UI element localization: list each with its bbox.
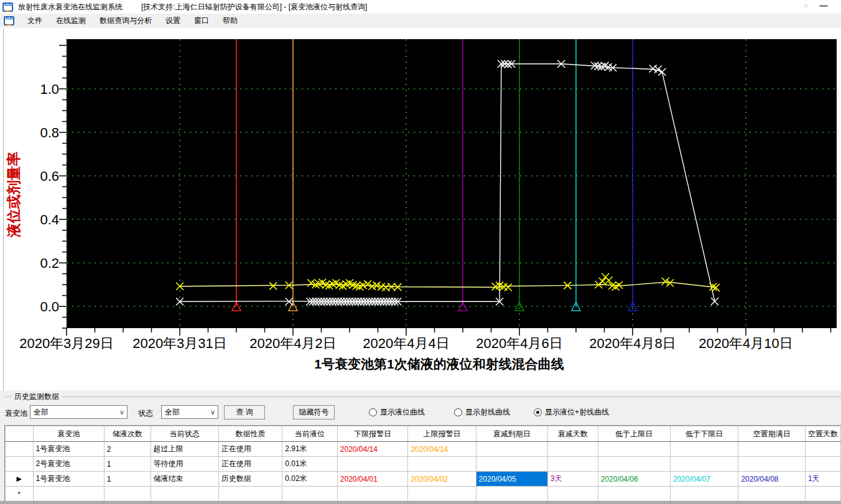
table-cell[interactable]: 超过上限 bbox=[151, 442, 218, 457]
mdi-child-icon bbox=[4, 16, 14, 25]
col-header-当前状态[interactable]: 当前状态 bbox=[151, 426, 218, 442]
groupbox-title: 历史监测数据 bbox=[11, 392, 62, 402]
table-cell[interactable] bbox=[738, 487, 805, 502]
col-header-储液次数[interactable]: 储液次数 bbox=[104, 426, 151, 442]
table-cell[interactable]: 2.91米 bbox=[282, 442, 338, 457]
menu-item-1[interactable]: 在线监测 bbox=[49, 14, 93, 28]
table-cell[interactable]: 2020/04/08 bbox=[738, 472, 805, 487]
col-header-低于下限日[interactable]: 低于下限日 bbox=[670, 426, 738, 442]
status-filter-value: 全部 bbox=[165, 407, 180, 418]
radio-显示液位曲线[interactable]: 显示液位曲线 bbox=[369, 407, 425, 418]
row-header[interactable] bbox=[6, 457, 34, 472]
table-cell[interactable]: 1号衰变池 bbox=[33, 472, 104, 487]
table-cell[interactable] bbox=[282, 487, 338, 502]
hide-symbols-button[interactable]: 隐藏符号 bbox=[293, 405, 335, 419]
table-cell[interactable] bbox=[408, 457, 476, 472]
table-cell[interactable] bbox=[547, 442, 598, 457]
table-cell[interactable]: 1天 bbox=[805, 472, 840, 487]
row-header-corner[interactable] bbox=[6, 426, 34, 442]
col-header-衰变池[interactable]: 衰变池 bbox=[33, 426, 104, 442]
menu-item-0[interactable]: 文件 bbox=[21, 14, 49, 28]
menu-item-4[interactable]: 窗口 bbox=[187, 14, 216, 28]
table-cell[interactable]: 历史数据 bbox=[218, 472, 282, 487]
table-cell[interactable] bbox=[337, 487, 407, 502]
status-filter-dropdown[interactable]: 全部 ∨ bbox=[161, 405, 218, 419]
table-cell[interactable] bbox=[670, 442, 738, 457]
col-header-空置期满日[interactable]: 空置期满日 bbox=[738, 426, 805, 442]
radio-label: 显示液位曲线 bbox=[380, 407, 425, 418]
table-cell[interactable]: 1 bbox=[104, 472, 151, 487]
radio-显示液位+射线曲线[interactable]: 显示液位+射线曲线 bbox=[534, 407, 609, 418]
table-cell[interactable] bbox=[476, 487, 547, 502]
table-cell[interactable]: 2020/04/02 bbox=[408, 472, 476, 487]
svg-text:2020年3月29日: 2020年3月29日 bbox=[19, 336, 114, 351]
query-button[interactable]: 查 询 bbox=[224, 405, 265, 419]
chart-title: 1号衰变池第1次储液的液位和射线混合曲线 bbox=[314, 357, 564, 371]
table-cell[interactable] bbox=[598, 457, 670, 472]
table-cell[interactable]: 2 bbox=[104, 442, 151, 457]
col-header-当前液位[interactable]: 当前液位 bbox=[282, 426, 338, 442]
col-header-衰减天数[interactable]: 衰减天数 bbox=[547, 426, 598, 442]
col-header-数据性质[interactable]: 数据性质 bbox=[218, 426, 282, 442]
chevron-down-icon: ∨ bbox=[119, 408, 124, 416]
level-and-ray-chart: 2020年3月29日2020年3月31日2020年4月2日2020年4月4日20… bbox=[0, 28, 841, 390]
table-cell[interactable] bbox=[476, 442, 547, 457]
menu-item-5[interactable]: 帮助 bbox=[216, 14, 244, 28]
table-cell[interactable] bbox=[104, 487, 151, 502]
table-cell[interactable] bbox=[598, 487, 670, 502]
table-cell[interactable] bbox=[218, 487, 282, 502]
table-cell[interactable] bbox=[598, 442, 670, 457]
table-cell[interactable] bbox=[805, 442, 840, 457]
table-cell[interactable] bbox=[738, 457, 805, 472]
table-cell[interactable] bbox=[805, 457, 840, 472]
table-cell[interactable] bbox=[337, 457, 407, 472]
table-cell[interactable] bbox=[805, 487, 840, 502]
col-header-下限报警日[interactable]: 下限报警日 bbox=[337, 426, 407, 442]
table-bottom-strip[interactable] bbox=[0, 501, 841, 504]
table-cell[interactable] bbox=[476, 457, 547, 472]
table-cell[interactable] bbox=[547, 487, 598, 502]
table-cell[interactable]: 1号衰变池 bbox=[33, 442, 104, 457]
menu-item-3[interactable]: 设置 bbox=[159, 14, 187, 28]
table-cell[interactable] bbox=[738, 442, 805, 457]
history-data-panel: 历史监测数据 衰变池 全部 ∨ 状态 全部 ∨ 查 询 隐藏符号 显示液位曲线显… bbox=[0, 390, 841, 504]
table-cell[interactable]: 2020/04/14 bbox=[337, 442, 407, 457]
table-cell[interactable]: 等待使用 bbox=[151, 457, 218, 472]
svg-text:1.0: 1.0 bbox=[40, 81, 59, 97]
table-cell[interactable] bbox=[408, 487, 476, 502]
pool-filter-dropdown[interactable]: 全部 ∨ bbox=[30, 405, 128, 419]
table-cell[interactable]: 2020/04/06 bbox=[598, 472, 670, 487]
col-header-上限报警日[interactable]: 上限报警日 bbox=[408, 426, 476, 442]
table-cell[interactable]: 正在使用 bbox=[218, 457, 282, 472]
table-cell[interactable] bbox=[670, 457, 738, 472]
table-cell[interactable]: 0.01米 bbox=[282, 457, 338, 472]
table-cell[interactable]: 储液结束 bbox=[151, 472, 218, 487]
pool-filter-label: 衰变池 bbox=[5, 408, 27, 419]
table-cell[interactable]: 正在使用 bbox=[218, 442, 282, 457]
svg-text:0.8: 0.8 bbox=[40, 125, 59, 140]
table-cell[interactable]: 3天 bbox=[547, 472, 598, 487]
window-subtitle: [技术支持:上海仁日辐射防护设备有限公司] - [衰变池液位与射线查询] bbox=[141, 2, 367, 12]
col-header-衰减到期日[interactable]: 衰减到期日 bbox=[476, 426, 547, 442]
selected-table-cell[interactable]: 2020/04/05 bbox=[476, 472, 547, 487]
table-cell[interactable]: 2号衰变池 bbox=[33, 457, 104, 472]
table-cell[interactable] bbox=[151, 487, 218, 502]
table-cell[interactable]: 0.02米 bbox=[282, 472, 338, 487]
radio-circle-icon bbox=[454, 408, 462, 416]
table-cell[interactable]: 1 bbox=[104, 457, 151, 472]
table-cell[interactable]: 2020/04/07 bbox=[670, 472, 738, 487]
col-header-低于上限日[interactable]: 低于上限日 bbox=[598, 426, 670, 442]
table-cell[interactable]: 2020/04/14 bbox=[408, 442, 476, 457]
col-header-空置天数[interactable]: 空置天数 bbox=[805, 426, 840, 442]
row-header[interactable] bbox=[6, 442, 34, 457]
minimize-button[interactable]: — bbox=[819, 1, 829, 11]
table-cell[interactable]: 2020/04/01 bbox=[337, 472, 407, 487]
table-cell[interactable] bbox=[33, 487, 104, 502]
new-row-indicator[interactable]: * bbox=[6, 487, 34, 502]
table-cell[interactable] bbox=[547, 457, 598, 472]
current-row-indicator[interactable]: ▶ bbox=[6, 472, 34, 487]
menu-bar: 文件在线监测数据查询与分析设置窗口帮助 bbox=[0, 14, 841, 28]
menu-item-2[interactable]: 数据查询与分析 bbox=[93, 14, 159, 28]
table-cell[interactable] bbox=[670, 487, 738, 502]
radio-显示射线曲线[interactable]: 显示射线曲线 bbox=[454, 407, 510, 418]
